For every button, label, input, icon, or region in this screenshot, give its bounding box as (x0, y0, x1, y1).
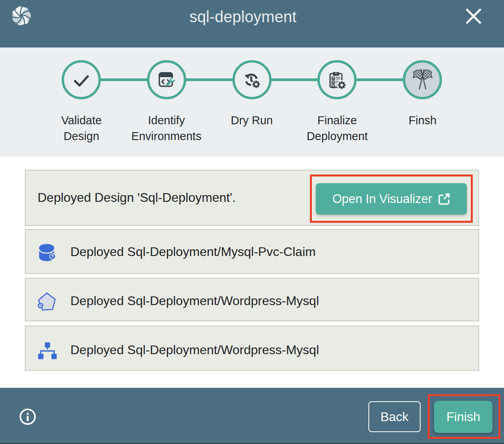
svg-text:?: ? (51, 254, 54, 259)
